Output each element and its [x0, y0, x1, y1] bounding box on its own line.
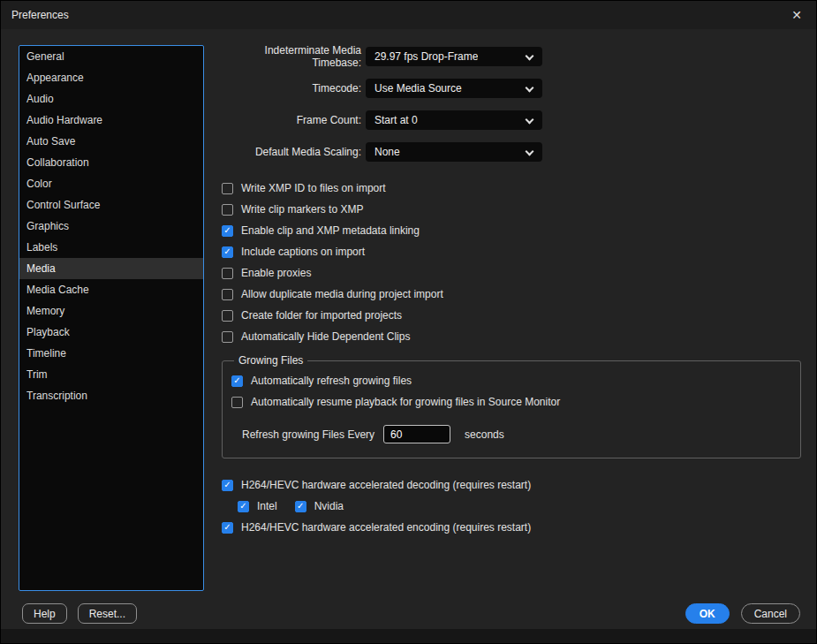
checked-checkbox-icon[interactable]: ✓ — [222, 246, 233, 258]
indeterminate-media-timebase-row: Indeterminate Media Timebase:29.97 fps D… — [222, 47, 801, 66]
refresh-interval-row: Refresh growing Files Every seconds — [242, 425, 790, 443]
automatically-resume-playback-for-growing-files-in-source-monitor-label: Automatically resume playback for growin… — [251, 396, 560, 408]
sidebar-item-collaboration[interactable]: Collaboration — [19, 152, 203, 173]
unchecked-checkbox-icon[interactable] — [222, 310, 233, 322]
hardware-section: ✓H264/HEVC hardware accelerated decoding… — [222, 474, 801, 538]
close-icon[interactable]: ✕ — [788, 7, 806, 23]
refresh-interval-suffix: seconds — [465, 428, 504, 441]
sidebar-item-media-cache[interactable]: Media Cache — [19, 279, 203, 300]
dropdown-selected-value: Start at 0 — [374, 114, 418, 126]
checked-checkbox-icon[interactable]: ✓ — [295, 501, 306, 512]
timecode-dropdown[interactable]: Use Media Source — [366, 79, 542, 98]
intel-checkbox-row[interactable]: ✓Intel — [238, 496, 277, 517]
default-media-scaling-dropdown[interactable]: None — [366, 142, 542, 162]
sidebar-item-trim[interactable]: Trim — [19, 364, 203, 385]
sidebar-item-transcription[interactable]: Transcription — [19, 385, 203, 406]
unchecked-checkbox-icon[interactable] — [222, 204, 233, 216]
create-folder-for-imported-projects[interactable]: Create folder for imported projects — [222, 305, 801, 326]
automatically-hide-dependent-clips[interactable]: Automatically Hide Dependent Clips — [222, 326, 801, 347]
automatically-refresh-growing-files-label: Automatically refresh growing files — [251, 375, 412, 387]
h264-hevc-hardware-accelerated-encoding-requires-restart-label: H264/HEVC hardware accelerated encoding … — [241, 521, 531, 534]
unchecked-checkbox-icon[interactable] — [231, 397, 243, 408]
checked-checkbox-icon[interactable]: ✓ — [222, 225, 233, 237]
automatically-resume-playback-for-growing-files-in-source-monitor[interactable]: Automatically resume playback for growin… — [231, 391, 790, 413]
growing-files-legend: Growing Files — [234, 354, 307, 367]
window-bottom-edge — [1, 629, 816, 643]
write-xmp-id-to-files-on-import[interactable]: Write XMP ID to files on import — [222, 178, 801, 199]
growing-files-checkbox-list: ✓Automatically refresh growing filesAuto… — [231, 370, 790, 413]
allow-duplicate-media-during-project-import[interactable]: Allow duplicate media during project imp… — [222, 284, 801, 305]
sidebar-item-labels[interactable]: Labels — [19, 237, 203, 258]
h264-hevc-hardware-accelerated-encoding-requires-restart[interactable]: ✓H264/HEVC hardware accelerated encoding… — [222, 517, 801, 538]
write-clip-markers-to-xmp[interactable]: Write clip markers to XMP — [222, 199, 801, 220]
sidebar-item-memory[interactable]: Memory — [19, 300, 203, 322]
window-title: Preferences — [11, 9, 69, 21]
footer-left: Help Reset... — [22, 603, 137, 624]
h264-hevc-hardware-accelerated-decoding-requires-restart[interactable]: ✓H264/HEVC hardware accelerated decoding… — [222, 474, 801, 496]
frame-count-label: Frame Count: — [222, 114, 361, 126]
default-media-scaling-label: Default Media Scaling: — [222, 146, 361, 158]
footer-right: OK Cancel — [685, 603, 800, 624]
refresh-interval-input[interactable] — [383, 425, 450, 443]
h264-hevc-hardware-accelerated-decoding-requires-restart-label: H264/HEVC hardware accelerated decoding … — [241, 479, 531, 491]
include-captions-on-import-label: Include captions on import — [241, 246, 365, 258]
enable-clip-and-xmp-metadata-linking-label: Enable clip and XMP metadata linking — [241, 224, 420, 237]
sidebar-item-media[interactable]: Media — [19, 258, 203, 279]
checked-checkbox-icon[interactable]: ✓ — [238, 501, 249, 512]
sidebar-item-playback[interactable]: Playback — [19, 322, 203, 343]
include-captions-on-import[interactable]: ✓Include captions on import — [222, 241, 801, 262]
media-checkbox-list: Write XMP ID to files on importWrite cli… — [222, 178, 801, 347]
sidebar-item-audio-hardware[interactable]: Audio Hardware — [19, 110, 203, 131]
sidebar-item-auto-save[interactable]: Auto Save — [19, 131, 203, 152]
indeterminate-media-timebase-dropdown[interactable]: 29.97 fps Drop-Frame — [366, 47, 542, 66]
dropdown-rows: Indeterminate Media Timebase:29.97 fps D… — [222, 47, 801, 162]
dropdown-selected-value: Use Media Source — [374, 82, 462, 95]
chevron-down-icon — [526, 116, 534, 125]
write-xmp-id-to-files-on-import-label: Write XMP ID to files on import — [241, 182, 386, 194]
nvidia-checkbox-row-label: Nvidia — [314, 500, 344, 512]
enable-clip-and-xmp-metadata-linking[interactable]: ✓Enable clip and XMP metadata linking — [222, 220, 801, 241]
timecode-label: Timecode: — [222, 82, 361, 95]
create-folder-for-imported-projects-label: Create folder for imported projects — [241, 309, 402, 322]
checked-checkbox-icon[interactable]: ✓ — [222, 480, 233, 491]
sidebar-list: GeneralAppearanceAudioAudio HardwareAuto… — [19, 45, 204, 591]
sidebar-item-appearance[interactable]: Appearance — [19, 67, 203, 88]
sidebar-item-control-surface[interactable]: Control Surface — [19, 194, 203, 216]
reset-button[interactable]: Reset... — [78, 603, 137, 624]
hardware-vendor-row: ✓Intel✓Nvidia — [238, 496, 801, 517]
sidebar-item-graphics[interactable]: Graphics — [19, 216, 203, 237]
enable-proxies[interactable]: Enable proxies — [222, 262, 801, 284]
checked-checkbox-icon[interactable]: ✓ — [231, 375, 243, 387]
chevron-down-icon — [526, 84, 534, 93]
intel-checkbox-row-label: Intel — [257, 500, 277, 512]
unchecked-checkbox-icon[interactable] — [222, 289, 233, 300]
media-preferences-panel: Indeterminate Media Timebase:29.97 fps D… — [222, 47, 801, 538]
preferences-window: Preferences ✕ GeneralAppearanceAudioAudi… — [0, 0, 817, 644]
ok-button[interactable]: OK — [685, 603, 730, 624]
help-button[interactable]: Help — [22, 603, 67, 624]
unchecked-checkbox-icon[interactable] — [222, 268, 233, 279]
automatically-hide-dependent-clips-label: Automatically Hide Dependent Clips — [241, 330, 410, 343]
default-media-scaling-row: Default Media Scaling:None — [222, 142, 801, 162]
sidebar-item-general[interactable]: General — [19, 46, 203, 67]
nvidia-checkbox-row[interactable]: ✓Nvidia — [295, 496, 344, 517]
cancel-button[interactable]: Cancel — [741, 603, 800, 624]
sidebar-item-timeline[interactable]: Timeline — [19, 343, 203, 364]
title-bar: Preferences ✕ — [1, 1, 816, 29]
write-clip-markers-to-xmp-label: Write clip markers to XMP — [241, 203, 363, 216]
dropdown-selected-value: None — [374, 146, 400, 158]
indeterminate-media-timebase-label: Indeterminate Media Timebase: — [222, 44, 361, 69]
timecode-row: Timecode:Use Media Source — [222, 79, 801, 98]
chevron-down-icon — [526, 52, 534, 61]
dropdown-selected-value: 29.97 fps Drop-Frame — [374, 50, 478, 63]
allow-duplicate-media-during-project-import-label: Allow duplicate media during project imp… — [241, 288, 443, 300]
unchecked-checkbox-icon[interactable] — [222, 331, 233, 343]
unchecked-checkbox-icon[interactable] — [222, 183, 233, 194]
growing-files-group: Growing Files ✓Automatically refresh gro… — [222, 354, 801, 458]
sidebar-item-audio[interactable]: Audio — [19, 88, 203, 110]
sidebar-item-color[interactable]: Color — [19, 173, 203, 194]
checked-checkbox-icon[interactable]: ✓ — [222, 522, 233, 534]
chevron-down-icon — [526, 148, 534, 156]
automatically-refresh-growing-files[interactable]: ✓Automatically refresh growing files — [231, 370, 790, 391]
frame-count-dropdown[interactable]: Start at 0 — [366, 110, 542, 130]
